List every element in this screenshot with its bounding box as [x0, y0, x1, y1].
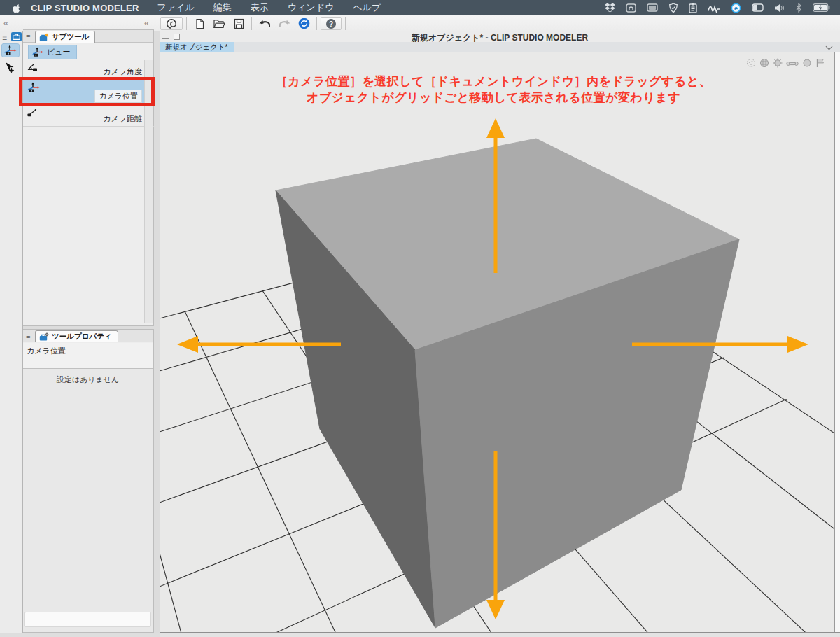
toolbox-key-icon [39, 33, 49, 42]
svg-text:?: ? [329, 20, 333, 27]
camera-axes-icon [31, 47, 44, 57]
toolbox-gear-icon [39, 332, 49, 342]
annotation-line-1: ［カメラ位置］を選択して［ドキュメントウインドウ］内をドラッグすると、 [160, 74, 827, 90]
camera-angle-icon [27, 62, 38, 76]
app-window-icon[interactable] [626, 4, 636, 13]
clip-studio-logo-button[interactable] [160, 17, 183, 30]
camera-move-tool[interactable] [1, 43, 20, 57]
horizontal-scrollbar[interactable] [160, 632, 840, 637]
subtool-item-camera-distance[interactable]: カメラ距離 [23, 105, 154, 127]
tab-list-chevron-icon[interactable] [826, 43, 833, 50]
sidecar-icon[interactable] [752, 4, 764, 12]
battery-charging-icon[interactable] [813, 4, 830, 12]
menu-edit[interactable]: 編集 [214, 1, 232, 14]
status-strip [0, 633, 160, 637]
menu-help[interactable]: ヘルプ [353, 1, 381, 14]
camera-distance-icon [27, 107, 38, 120]
toolbox-icon[interactable] [11, 32, 22, 41]
mesh-sphere-icon[interactable] [760, 58, 769, 71]
subtool-panel-header: ≡ サブツール [23, 30, 153, 43]
subtool-group-label: ビュー [47, 47, 71, 57]
tool-property-body [23, 369, 153, 632]
toolbar-separator [251, 17, 252, 30]
object-move-tool[interactable] [1, 61, 20, 75]
open-file-button[interactable] [210, 17, 228, 30]
annotation-text: ［カメラ位置］を選択して［ドキュメントウインドウ］内をドラッグすると、 オブジェ… [160, 74, 827, 106]
sync-refresh-button[interactable] [295, 17, 313, 30]
document-tab-bar: 新規オブジェクト* [160, 42, 840, 52]
viewport-scene [160, 52, 834, 632]
undo-button[interactable] [255, 17, 274, 30]
subtool-menu-icon[interactable]: ≡ [26, 32, 30, 41]
tool-property-title: ツールプロパティ [52, 332, 112, 342]
toolbar-separator [316, 17, 317, 30]
sun-sphere-icon[interactable] [773, 58, 783, 71]
new-document-button[interactable] [190, 17, 209, 30]
vertical-scrollbar[interactable] [834, 52, 840, 632]
collapse-left-rail-button[interactable]: « [4, 18, 8, 29]
app-window: CLIP STUDIO MODELER ファイル 編集 表示 ウィンドウ ヘルプ [0, 0, 840, 637]
dropbox-icon[interactable] [605, 3, 615, 13]
display-icon[interactable] [647, 4, 658, 12]
left-tool-rail: ≡ [0, 31, 23, 633]
menu-file[interactable]: ファイル [158, 1, 195, 14]
subtool-item-label: カメラ距離 [103, 113, 142, 124]
edge-e-icon[interactable]: e [731, 3, 741, 13]
volume-icon[interactable] [774, 4, 785, 13]
rail-menu-icon[interactable]: ≡ [2, 33, 7, 43]
tool-property-tool-name: カメラ位置 [23, 343, 153, 369]
save-button[interactable] [230, 17, 248, 30]
toolbar-separator [345, 17, 346, 30]
menu-window[interactable]: ウィンドウ [288, 1, 335, 14]
tool-property-empty-message: 設定はありません [23, 369, 153, 385]
tool-property-tab[interactable]: ツールプロパティ [35, 330, 118, 342]
tool-property-panel: ≡ ツールプロパティ カメラ位置 設定はありません [23, 329, 154, 633]
redo-button[interactable] [275, 17, 293, 30]
document-tab[interactable]: 新規オブジェクト* [160, 42, 234, 52]
tool-property-menu-icon[interactable]: ≡ [26, 332, 30, 340]
viewport-display-toggles [746, 58, 825, 71]
sphere-icon[interactable] [802, 58, 812, 71]
document-title-bar: 新規オブジェクト* - CLIP STUDIO MODELER [160, 31, 840, 42]
menu-view[interactable]: 表示 [251, 1, 269, 14]
subtool-panel-title: サブツール [52, 32, 89, 42]
apple-menu-icon[interactable] [11, 3, 21, 13]
stipple-sphere-icon[interactable] [746, 58, 756, 71]
tool-property-header: ≡ ツールプロパティ [23, 330, 153, 342]
tool-property-scrollbar[interactable] [24, 612, 151, 627]
subtool-panel: ≡ サブツール ビュー カメラ角度 カメラ位置 [23, 29, 154, 326]
subtool-panel-tab[interactable]: サブツール [35, 31, 95, 43]
clipboard-icon[interactable] [689, 3, 697, 13]
menu-app-name[interactable]: CLIP STUDIO MODELER [31, 3, 139, 13]
collapse-panel-button[interactable]: « [144, 18, 149, 29]
signature-a-icon[interactable] [708, 4, 720, 13]
viewport-3d[interactable]: ［カメラ位置］を選択して［ドキュメントウインドウ］内をドラッグすると、 オブジェ… [160, 52, 834, 632]
macos-menu-bar: CLIP STUDIO MODELER ファイル 編集 表示 ウィンドウ ヘルプ [0, 0, 840, 15]
help-button[interactable]: ? [321, 17, 342, 30]
bone-icon[interactable] [786, 58, 799, 71]
subtool-item-label: カメラ角度 [103, 66, 142, 77]
shield-check-icon[interactable] [668, 3, 678, 13]
svg-text:e: e [734, 4, 738, 11]
toolbar-separator [186, 17, 187, 30]
bluetooth-icon[interactable] [795, 3, 802, 13]
annotation-line-2: オブジェクトがグリッドごと移動して表示される位置が変わります [160, 90, 827, 106]
subtool-group-view[interactable]: ビュー [28, 45, 77, 59]
highlight-red-box [19, 77, 155, 106]
flag-icon[interactable] [816, 58, 825, 71]
